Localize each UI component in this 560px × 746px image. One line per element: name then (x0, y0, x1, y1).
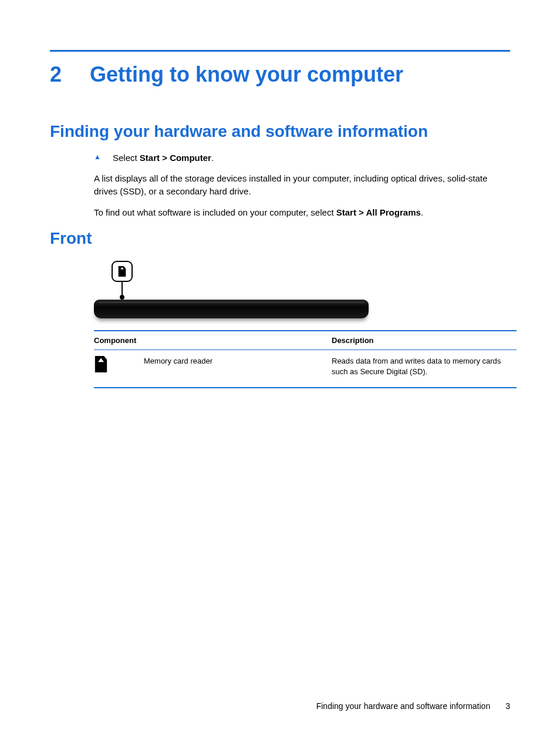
section-heading-finding: Finding your hardware and software infor… (50, 122, 510, 141)
bullet-text: Select Start > Computer. (113, 152, 214, 164)
chapter-title-text: Getting to know your computer (90, 62, 403, 87)
component-description: Reads data from and writes data to memor… (332, 350, 517, 388)
para2-bold: Start > All Programs (336, 207, 421, 217)
bullet-bold: Start > Computer (140, 153, 211, 163)
bullet-item: ▲ Select Start > Computer. (94, 152, 510, 164)
table-row: Memory card reader Reads data from and w… (94, 350, 517, 388)
footer-section-text: Finding your hardware and software infor… (316, 701, 491, 711)
chapter-number: 2 (50, 62, 90, 87)
triangle-bullet-icon: ▲ (94, 152, 113, 161)
laptop-front-edge (94, 300, 369, 318)
table-header-row: Component Description (94, 331, 517, 350)
component-icon-cell (94, 350, 144, 388)
para-software: To find out what software is included on… (94, 206, 510, 219)
header-description: Description (332, 331, 517, 350)
top-rule (50, 50, 510, 52)
memory-card-icon (94, 356, 108, 372)
footer-page-number: 3 (505, 701, 510, 711)
callout-bubble (112, 261, 133, 282)
section1-body: ▲ Select Start > Computer. A list displa… (94, 152, 510, 219)
component-name: Memory card reader (144, 350, 332, 388)
chapter-title: 2 Getting to know your computer (50, 62, 510, 87)
para-storage-list: A list displays all of the storage devic… (94, 172, 510, 198)
callout-leader-line (122, 282, 123, 296)
para2-suffix: . (421, 207, 423, 217)
section-heading-front: Front (50, 229, 510, 248)
bullet-suffix: . (211, 153, 214, 163)
components-table: Component Description Memory card reader… (94, 330, 517, 388)
para2-prefix: To find out what software is included on… (94, 207, 336, 217)
page-footer: Finding your hardware and software infor… (316, 701, 510, 711)
bullet-prefix: Select (113, 153, 140, 163)
laptop-front-diagram (94, 261, 510, 318)
header-component: Component (94, 331, 332, 350)
memory-card-icon (117, 266, 127, 277)
